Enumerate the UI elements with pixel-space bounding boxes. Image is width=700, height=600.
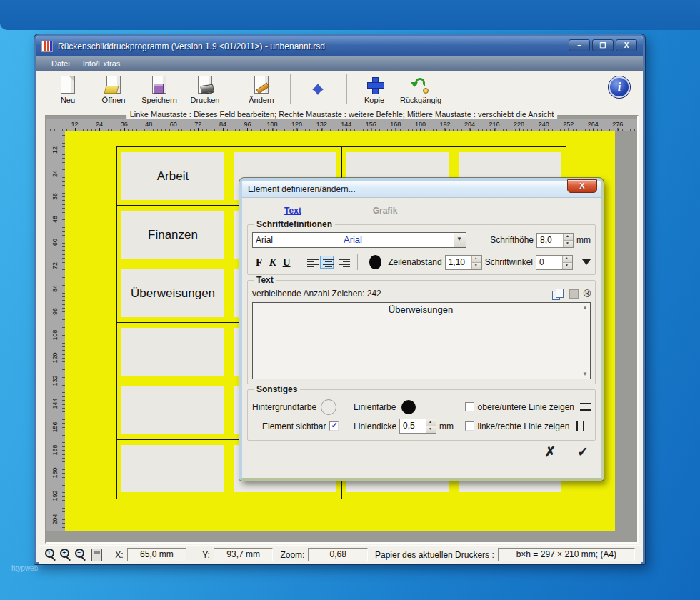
element-visible-label: Element sichtbar (262, 421, 326, 431)
ruler-mark-h-216: 216 (489, 121, 500, 128)
ruler-mark-h-180: 180 (415, 121, 426, 128)
spin-down-icon[interactable] (564, 241, 573, 247)
spin-down-icon[interactable] (472, 263, 481, 269)
italic-button[interactable]: K (266, 256, 279, 269)
font-angle-spinner[interactable]: 0 (536, 255, 573, 270)
oeffnen-button[interactable]: Öffnen (94, 75, 134, 104)
bold-button[interactable]: F (252, 256, 266, 269)
registered-symbol-button[interactable]: ® (584, 288, 591, 299)
background-color-swatch[interactable] (321, 399, 336, 415)
top-bottom-line-checkbox[interactable] (465, 402, 474, 411)
menu-item-datei[interactable]: Datei (45, 58, 76, 69)
label-cell[interactable] (121, 445, 224, 492)
tab-separator (431, 204, 431, 218)
cancel-button[interactable]: ✗ (544, 444, 556, 460)
ruler-mark-v-96: 96 (51, 308, 59, 315)
line-width-spinner[interactable]: 0,5 (399, 419, 436, 434)
combo-dropdown-icon[interactable] (454, 233, 466, 247)
drucken-button[interactable]: Drucken (185, 75, 225, 104)
zoom-100-icon[interactable] (44, 548, 56, 561)
element-visible-checkbox[interactable] (329, 421, 339, 431)
page-setup-icon[interactable] (91, 549, 103, 561)
y-coordinate-label: Y: (202, 550, 210, 560)
label-text-input[interactable]: Überweisungen ▲ ▼ (252, 302, 591, 379)
ruler-mark-v-108: 108 (51, 329, 59, 340)
ruler-mark-v-60: 60 (51, 239, 59, 246)
neu-button[interactable]: Neu (48, 75, 88, 104)
remaining-chars-text: verbleibende Anzahl Zeichen: 242 (252, 289, 381, 299)
dialog-titlebar[interactable]: Element definieren/ändern... X (242, 181, 601, 198)
spin-down-icon[interactable] (563, 263, 572, 269)
label-column-1: ArbeitFinanzenÜberweisungen (116, 146, 229, 499)
scroll-down-icon[interactable]: ▼ (582, 371, 588, 377)
align-left-button[interactable] (304, 256, 318, 269)
open-folder-icon (104, 75, 124, 95)
line-color-swatch[interactable] (401, 400, 416, 414)
spin-up-icon[interactable] (426, 419, 436, 426)
maximize-button[interactable]: ❐ (592, 39, 614, 51)
paste-icon (569, 289, 579, 299)
font-height-label: Schrifthöhe (490, 235, 534, 245)
align-right-button[interactable] (336, 256, 349, 269)
speichern-button[interactable]: Speichern (139, 75, 179, 104)
aendern-button[interactable]: Ändern (241, 75, 281, 104)
label-row (117, 323, 229, 381)
spin-up-icon[interactable] (472, 256, 481, 263)
more-options-arrow-icon[interactable] (582, 259, 591, 269)
ruler-mark-h-36: 36 (121, 121, 128, 128)
copy-icon[interactable] (552, 289, 564, 299)
align-center-button[interactable] (320, 256, 334, 269)
paper-label: Papier des aktuellen Druckers : (375, 550, 494, 560)
window-title: Rückenschilddruckprogramm (Version 1.9 <… (58, 41, 325, 51)
scroll-up-icon[interactable]: ▲ (582, 304, 588, 311)
navigieren-button[interactable] (298, 79, 338, 100)
line-spacing-spinner[interactable]: 1,10 (445, 255, 482, 270)
zoom-in-icon[interactable] (59, 548, 71, 561)
line-color-label: Linienfarbe (354, 402, 396, 412)
ruler-mark-h-48: 48 (145, 121, 152, 128)
align-left-icon (307, 259, 319, 267)
dialog-title: Element definieren/ändern... (248, 184, 356, 194)
font-family-combobox[interactable]: Arial Arial (252, 232, 466, 248)
info-button[interactable]: i (609, 76, 630, 98)
toolbar: NeuÖffnenSpeichernDruckenÄndernKopieRück… (36, 71, 643, 108)
label-cell[interactable] (121, 328, 224, 376)
label-cell[interactable] (121, 386, 224, 434)
ok-button[interactable]: ✓ (577, 444, 589, 460)
line-width-unit: mm (439, 421, 454, 431)
label-cell-finanzen[interactable]: Finanzen (121, 211, 224, 259)
ruler-mark-v-168: 168 (51, 444, 59, 455)
spin-up-icon[interactable] (563, 256, 572, 263)
window-titlebar[interactable]: Rückenschilddruckprogramm (Version 1.9 <… (36, 36, 643, 56)
ruler-mark-h-276: 276 (612, 121, 623, 128)
minimize-button[interactable]: – (569, 39, 590, 51)
undo-arrow-icon (411, 75, 431, 95)
zoom-out-icon[interactable] (74, 548, 86, 561)
spin-down-icon[interactable] (426, 426, 436, 433)
font-color-swatch[interactable] (369, 255, 381, 269)
font-height-spinner[interactable]: 8,0 (536, 233, 574, 248)
ruler-mark-h-144: 144 (341, 121, 351, 128)
label-row (117, 440, 229, 497)
ruler-mark-h-72: 72 (194, 121, 201, 128)
align-right-icon (339, 259, 350, 267)
spin-up-icon[interactable] (564, 234, 573, 241)
ruler-mark-h-264: 264 (588, 121, 599, 128)
label-cell-überweisungen[interactable]: Überweisungen (121, 269, 224, 317)
pan-arrows-icon (308, 79, 328, 99)
ruler-mark-h-156: 156 (366, 121, 376, 128)
font-name-preview: Arial (253, 233, 453, 247)
text-cursor (454, 304, 454, 314)
statusbar: X: 65,0 mm Y: 93,7 mm Zoom: 0,68 Papier … (39, 545, 641, 564)
tab-grafik[interactable]: Grafik (339, 204, 431, 218)
toolbar-separator (346, 74, 347, 104)
label-cell-arbeit[interactable]: Arbeit (121, 152, 224, 200)
underline-button[interactable]: U (279, 256, 293, 269)
dialog-close-button[interactable]: X (567, 179, 597, 193)
rueckgaengig-button[interactable]: Rückgängig (400, 75, 441, 104)
close-button[interactable]: X (616, 39, 637, 51)
left-right-line-checkbox[interactable] (465, 421, 474, 431)
tab-text[interactable]: Text (247, 204, 339, 218)
menu-item-info-extras[interactable]: Info/Extras (76, 58, 127, 69)
kopie-button[interactable]: Kopie (354, 75, 394, 104)
